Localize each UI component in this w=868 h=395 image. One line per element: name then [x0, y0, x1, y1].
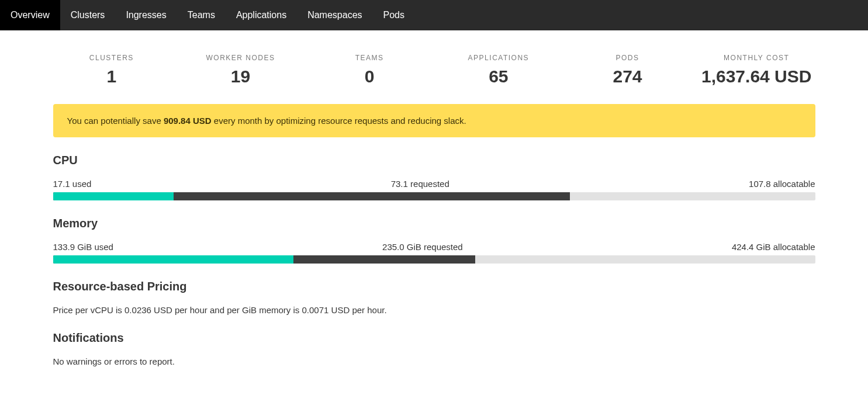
stat-teams: TEAMS 0	[311, 54, 428, 86]
stat-label: PODS	[569, 54, 686, 62]
memory-bar-used	[53, 255, 293, 264]
banner-suffix: every month by optimizing resource reque…	[212, 116, 466, 126]
pricing-title: Resource-based Pricing	[53, 280, 815, 293]
memory-bar	[53, 255, 815, 264]
stat-value: 1	[53, 67, 171, 86]
memory-requested-label: 235.0 GiB requested	[382, 242, 463, 252]
notifications-title: Notifications	[53, 331, 815, 345]
stat-label: TEAMS	[311, 54, 428, 62]
stat-label: WORKER NODES	[182, 54, 299, 62]
nav-tab-ingresses[interactable]: Ingresses	[115, 0, 177, 30]
stat-worker-nodes: WORKER NODES 19	[182, 54, 299, 86]
main-content: CLUSTERS 1 WORKER NODES 19 TEAMS 0 APPLI…	[42, 30, 827, 394]
cpu-allocatable-label: 107.8 allocatable	[749, 179, 815, 189]
memory-used-label: 133.9 GiB used	[53, 242, 113, 252]
stat-applications: APPLICATIONS 65	[440, 54, 558, 86]
stats-row: CLUSTERS 1 WORKER NODES 19 TEAMS 0 APPLI…	[53, 54, 815, 86]
stat-clusters: CLUSTERS 1	[53, 54, 171, 86]
top-nav: Overview Clusters Ingresses Teams Applic…	[0, 0, 868, 30]
notifications-text: No warnings or errors to report.	[53, 356, 815, 366]
memory-allocatable-label: 424.4 GiB allocatable	[732, 242, 815, 252]
stat-label: MONTHLY COST	[698, 54, 815, 62]
stat-value: 65	[440, 67, 558, 86]
memory-title: Memory	[53, 217, 815, 230]
nav-tab-namespaces[interactable]: Namespaces	[297, 0, 372, 30]
pricing-text: Price per vCPU is 0.0236 USD per hour an…	[53, 305, 815, 315]
savings-banner: You can potentially save 909.84 USD ever…	[53, 104, 815, 137]
cpu-bar	[53, 192, 815, 200]
stat-value: 1,637.64 USD	[698, 67, 815, 86]
stat-label: APPLICATIONS	[440, 54, 558, 62]
stat-value: 0	[311, 67, 428, 86]
stat-label: CLUSTERS	[53, 54, 171, 62]
nav-tab-applications[interactable]: Applications	[226, 0, 297, 30]
cpu-labels: 17.1 used 73.1 requested 107.8 allocatab…	[53, 179, 815, 189]
banner-amount: 909.84 USD	[164, 116, 212, 126]
banner-prefix: You can potentially save	[67, 116, 164, 126]
stat-pods: PODS 274	[569, 54, 686, 86]
nav-tab-teams[interactable]: Teams	[177, 0, 226, 30]
stat-value: 274	[569, 67, 686, 86]
memory-section: Memory 133.9 GiB used 235.0 GiB requeste…	[53, 217, 815, 264]
stat-value: 19	[182, 67, 299, 86]
nav-tab-clusters[interactable]: Clusters	[60, 0, 116, 30]
cpu-requested-label: 73.1 requested	[391, 179, 449, 189]
cpu-section: CPU 17.1 used 73.1 requested 107.8 alloc…	[53, 154, 815, 200]
nav-tab-overview[interactable]: Overview	[0, 0, 60, 30]
stat-monthly-cost: MONTHLY COST 1,637.64 USD	[698, 54, 815, 86]
memory-labels: 133.9 GiB used 235.0 GiB requested 424.4…	[53, 242, 815, 252]
nav-tab-pods[interactable]: Pods	[373, 0, 415, 30]
cpu-used-label: 17.1 used	[53, 179, 92, 189]
cpu-title: CPU	[53, 154, 815, 167]
cpu-bar-used	[53, 192, 174, 200]
